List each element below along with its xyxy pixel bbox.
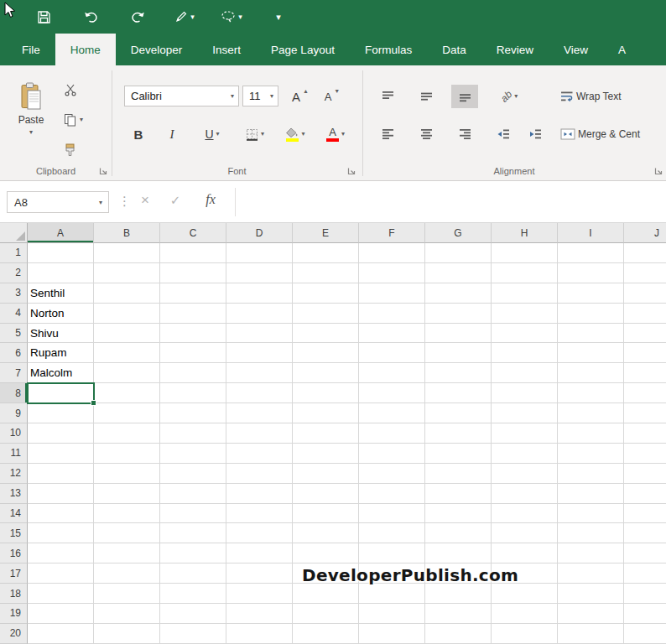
cell-I19[interactable]: [558, 604, 624, 624]
dropdown-icon[interactable]: ▾: [514, 93, 518, 100]
cell-J1[interactable]: [624, 243, 666, 263]
cell-B2[interactable]: [94, 263, 160, 283]
cell-C11[interactable]: [160, 444, 226, 464]
cell-H10[interactable]: [492, 423, 558, 444]
cell-G18[interactable]: [425, 584, 492, 604]
cell-J13[interactable]: [624, 484, 666, 504]
cell-F8[interactable]: [359, 383, 425, 403]
merge-center-button[interactable]: Merge & Cent: [560, 122, 666, 146]
cell-C8[interactable]: [160, 383, 226, 403]
row-header-13[interactable]: 13: [0, 484, 28, 504]
cell-D4[interactable]: [226, 304, 293, 324]
cell-C15[interactable]: [160, 523, 226, 543]
cell-A1[interactable]: [28, 243, 94, 263]
font-size-combobox[interactable]: 11 ▾: [242, 86, 278, 106]
cell-I8[interactable]: [558, 383, 624, 403]
column-header-F[interactable]: F: [359, 223, 425, 243]
cell-J14[interactable]: [624, 504, 666, 524]
cell-F1[interactable]: [359, 243, 425, 263]
cell-H8[interactable]: [492, 383, 558, 403]
cell-A3[interactable]: Senthil: [28, 283, 94, 304]
cell-I18[interactable]: [558, 584, 624, 604]
cell-B17[interactable]: [94, 564, 160, 584]
cell-A5[interactable]: Shivu: [28, 324, 94, 344]
cell-A8[interactable]: [28, 383, 94, 403]
cell-A7[interactable]: Malcolm: [28, 363, 94, 383]
alignment-dialog-launcher[interactable]: [653, 165, 664, 177]
cell-I7[interactable]: [558, 363, 624, 383]
column-header-I[interactable]: I: [558, 223, 624, 243]
cell-E14[interactable]: [293, 504, 359, 524]
cell-A6[interactable]: Rupam: [28, 343, 94, 363]
cell-J11[interactable]: [624, 444, 666, 464]
cell-F14[interactable]: [359, 504, 425, 524]
paste-button[interactable]: Paste ▾: [7, 72, 55, 173]
cell-I16[interactable]: [558, 543, 624, 564]
cell-A19[interactable]: [28, 604, 94, 624]
formula-input[interactable]: [237, 182, 665, 221]
cell-J10[interactable]: [624, 423, 666, 444]
cell-D19[interactable]: [226, 604, 293, 624]
cell-C17[interactable]: [160, 564, 226, 584]
cell-B1[interactable]: [94, 243, 160, 263]
cell-F9[interactable]: [359, 403, 425, 423]
row-header-2[interactable]: 2: [0, 263, 28, 283]
cell-C20[interactable]: [160, 624, 226, 644]
cell-A4[interactable]: Norton: [28, 304, 94, 324]
cell-H12[interactable]: [492, 464, 558, 484]
row-header-14[interactable]: 14: [0, 504, 28, 524]
cell-C16[interactable]: [160, 543, 226, 564]
cell-A14[interactable]: [28, 504, 94, 524]
row-header-8[interactable]: 8: [0, 383, 28, 403]
row-header-17[interactable]: 17: [0, 564, 28, 584]
name-box-dropdown-icon[interactable]: ▾: [93, 199, 108, 206]
cell-C12[interactable]: [160, 464, 226, 484]
cell-B13[interactable]: [94, 484, 160, 504]
cell-A12[interactable]: [28, 464, 94, 484]
column-header-D[interactable]: D: [226, 223, 293, 243]
column-header-C[interactable]: C: [160, 223, 226, 243]
cell-H4[interactable]: [492, 304, 558, 324]
row-header-19[interactable]: 19: [0, 604, 28, 624]
cell-I20[interactable]: [558, 624, 624, 644]
enter-icon[interactable]: ✓: [164, 193, 186, 208]
cell-I17[interactable]: [558, 564, 624, 584]
cell-D9[interactable]: [226, 403, 293, 423]
row-header-3[interactable]: 3: [0, 283, 28, 304]
decrease-indent-button[interactable]: [490, 122, 517, 146]
cell-G5[interactable]: [425, 324, 492, 344]
column-header-E[interactable]: E: [293, 223, 359, 243]
cell-D18[interactable]: [226, 584, 293, 604]
cell-I15[interactable]: [558, 523, 624, 543]
dropdown-icon[interactable]: ▾: [341, 131, 345, 138]
cell-E10[interactable]: [293, 423, 359, 444]
row-header-12[interactable]: 12: [0, 464, 28, 484]
cell-B5[interactable]: [94, 324, 160, 344]
cell-I4[interactable]: [558, 304, 624, 324]
cell-J15[interactable]: [624, 523, 666, 543]
cell-E18[interactable]: [293, 584, 359, 604]
cell-F19[interactable]: [359, 604, 425, 624]
cell-A11[interactable]: [28, 444, 94, 464]
cell-E7[interactable]: [293, 363, 359, 383]
dropdown-icon[interactable]: ▾: [231, 93, 234, 100]
increase-indent-button[interactable]: [522, 122, 549, 146]
column-header-J[interactable]: J: [624, 223, 666, 243]
cell-B19[interactable]: [94, 604, 160, 624]
cell-C14[interactable]: [160, 504, 226, 524]
cell-I14[interactable]: [558, 504, 624, 524]
cell-C1[interactable]: [160, 243, 226, 263]
cell-B7[interactable]: [94, 363, 160, 383]
cell-J3[interactable]: [624, 283, 666, 304]
cell-F13[interactable]: [359, 484, 425, 504]
row-header-16[interactable]: 16: [0, 543, 28, 564]
cell-J16[interactable]: [624, 543, 666, 564]
font-color-button[interactable]: A ▾: [317, 122, 354, 146]
cell-E16[interactable]: [293, 543, 359, 564]
cell-H19[interactable]: [492, 604, 558, 624]
redo-button[interactable]: [114, 4, 161, 29]
cell-I6[interactable]: [558, 343, 624, 363]
underline-button[interactable]: U ▾: [195, 122, 230, 146]
cell-I9[interactable]: [558, 403, 624, 423]
row-header-15[interactable]: 15: [0, 523, 28, 543]
